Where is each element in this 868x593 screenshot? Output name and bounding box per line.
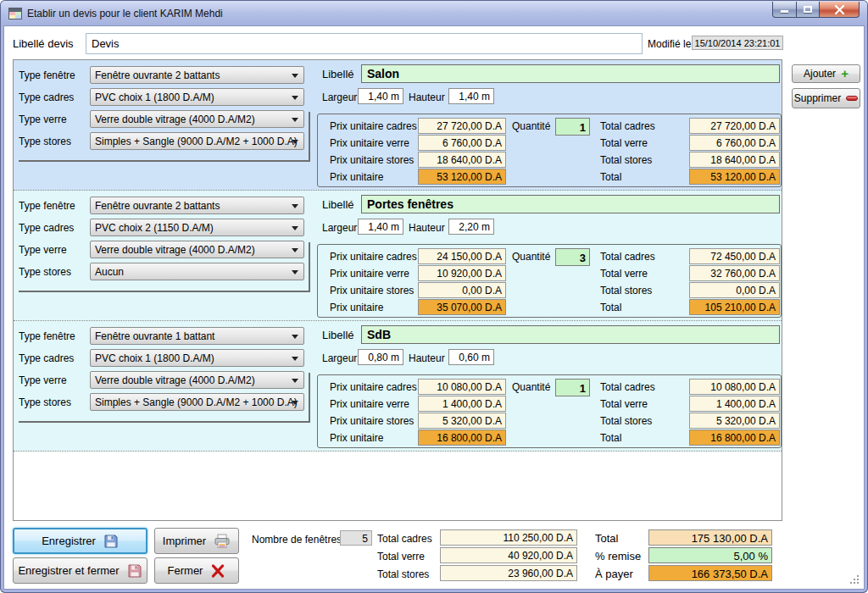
- group-divider: [309, 112, 310, 162]
- quantite-input[interactable]: 3: [555, 248, 590, 266]
- imprimer-button[interactable]: Imprimer: [154, 528, 239, 554]
- prix-unitaire-verre-label: Prix unitaire verre: [330, 137, 409, 149]
- total-field: 53 120,00 D.A: [689, 169, 780, 185]
- hauteur-input[interactable]: 2,20 m: [448, 219, 494, 235]
- prix-unitaire-cadres-label: Prix unitaire cadres: [330, 120, 417, 132]
- type-fenetre-select[interactable]: Fenêtre ouvrante 2 battants: [90, 66, 304, 84]
- total-label: Total: [600, 302, 621, 313]
- remise-input[interactable]: 5,00 %: [648, 547, 772, 563]
- prices-groupbox: Prix unitaire cadres 24 150,00 D.A Prix …: [317, 244, 782, 318]
- largeur-input[interactable]: 1,40 m: [358, 88, 403, 104]
- prix-unitaire-stores-label: Prix unitaire stores: [330, 154, 414, 166]
- a-payer-label: À payer: [595, 568, 633, 580]
- type-cadres-select[interactable]: PVC choix 2 (1150 D.A/M): [90, 219, 304, 236]
- total-verre-field: 6 760,00 D.A: [689, 135, 780, 151]
- type-verre-select[interactable]: Verre double vitrage (4000 D.A/M2): [90, 110, 304, 128]
- prix-unitaire-stores-field: 5 320,00 D.A: [418, 413, 506, 429]
- type-fenetre-label: Type fenêtre: [19, 330, 88, 342]
- ajouter-label: Ajouter: [804, 68, 836, 80]
- prix-unitaire-stores-label: Prix unitaire stores: [330, 285, 414, 296]
- total-cadres-field: 72 450,00 D.A: [689, 248, 780, 264]
- dialog-content: Libellé devis Devis Modifié le 15/10/201…: [3, 25, 865, 590]
- footer-total-cadres-label: Total cadres: [377, 533, 432, 545]
- maximize-button[interactable]: [797, 2, 820, 18]
- supprimer-button[interactable]: Supprimer: [792, 88, 860, 108]
- libelle-devis-input[interactable]: Devis: [86, 33, 643, 54]
- maximize-icon: [804, 6, 812, 13]
- close-button[interactable]: [820, 2, 860, 18]
- dialog-window: Etablir un devis pour le client KARIM Me…: [0, 0, 868, 593]
- type-verre-label: Type verre: [19, 114, 88, 125]
- combo-value: PVC choix 1 (1800 D.A/M): [95, 352, 214, 364]
- footer-total-stores-label: Total stores: [377, 568, 429, 580]
- quantite-input[interactable]: 1: [555, 379, 590, 396]
- chevron-down-icon: [292, 379, 298, 383]
- combo-value: Fenêtre ouvrante 1 battant: [95, 330, 214, 342]
- chevron-down-icon: [292, 357, 298, 361]
- libelle-label: Libellé: [322, 198, 354, 211]
- grand-total-label: Total: [595, 532, 618, 545]
- type-verre-select[interactable]: Verre double vitrage (4000 D.A/M2): [90, 241, 304, 258]
- libelle-input[interactable]: SdB: [361, 325, 780, 344]
- quantite-input[interactable]: 1: [555, 118, 590, 136]
- group-divider: [309, 242, 310, 292]
- prix-unitaire-field: 35 070,00 D.A: [418, 299, 506, 315]
- total-verre-label: Total verre: [600, 137, 648, 149]
- type-stores-select[interactable]: Simples + Sangle (9000 D.A/M2 + 1000 D.A…: [90, 132, 304, 150]
- combo-value: Verre double vitrage (4000 D.A/M2): [95, 244, 255, 256]
- close-x-icon: [210, 563, 225, 579]
- libelle-input[interactable]: Salon: [361, 64, 780, 83]
- type-stores-label: Type stores: [19, 266, 88, 278]
- ajouter-button[interactable]: Ajouter+: [792, 64, 860, 83]
- enregistrer-et-fermer-button[interactable]: Enregistrer et fermer: [13, 557, 147, 584]
- enregistrer-button[interactable]: Enregistrer: [13, 528, 147, 554]
- libelle-label: Libellé: [322, 329, 354, 341]
- type-verre-select[interactable]: Verre double vitrage (4000 D.A/M2): [90, 371, 304, 389]
- plus-icon: +: [841, 69, 849, 78]
- total-cadres-field: 27 720,00 D.A: [689, 118, 780, 134]
- minimize-icon: [781, 10, 788, 13]
- prix-unitaire-stores-label: Prix unitaire stores: [330, 415, 414, 427]
- libelle-input[interactable]: Portes fenêtres: [361, 195, 780, 213]
- group-divider: [19, 421, 310, 423]
- modifie-le-value: 15/10/2014 23:21:01: [692, 36, 783, 50]
- footer-total-stores-field: 23 960,00 D.A: [440, 565, 577, 581]
- combo-value: Simples + Sangle (9000 D.A/M2 + 1000 D.A…: [95, 136, 298, 147]
- type-fenetre-label: Type fenêtre: [19, 69, 88, 81]
- title-bar[interactable]: Etablir un devis pour le client KARIM Me…: [1, 1, 867, 26]
- chevron-down-icon: [292, 96, 298, 100]
- type-stores-select[interactable]: Simples + Sangle (9000 D.A/M2 + 1000 D.A…: [90, 393, 304, 411]
- prix-unitaire-stores-field: 0,00 D.A: [418, 282, 506, 298]
- hauteur-label: Hauteur: [409, 91, 445, 103]
- combo-value: Fenêtre ouvrante 2 battants: [95, 200, 220, 212]
- prix-unitaire-stores-field: 18 640,00 D.A: [418, 152, 506, 168]
- type-cadres-select[interactable]: PVC choix 1 (1800 D.A/M): [90, 88, 304, 106]
- libelle-label: Libellé: [322, 68, 354, 80]
- largeur-input[interactable]: 1,40 m: [358, 219, 403, 235]
- quote-line-section: Type fenêtre Fenêtre ouvrante 2 battants…: [14, 191, 782, 321]
- total-field: 105 210,00 D.A: [689, 299, 780, 315]
- hauteur-input[interactable]: 0,60 m: [448, 349, 494, 365]
- combo-value: PVC choix 1 (1800 D.A/M): [95, 91, 214, 103]
- quantite-label: Quantité: [512, 251, 550, 263]
- minus-icon: [846, 96, 858, 101]
- total-verre-field: 1 400,00 D.A: [689, 396, 780, 412]
- type-stores-select[interactable]: Aucun: [90, 263, 304, 280]
- minimize-button[interactable]: [772, 2, 797, 18]
- type-fenetre-select[interactable]: Fenêtre ouvrante 1 battant: [90, 327, 304, 345]
- prix-unitaire-label: Prix unitaire: [330, 432, 383, 444]
- sections-container: Type fenêtre Fenêtre ouvrante 2 battants…: [13, 59, 782, 521]
- largeur-input[interactable]: 0,80 m: [358, 349, 403, 365]
- supprimer-label: Supprimer: [794, 92, 841, 104]
- type-fenetre-select[interactable]: Fenêtre ouvrante 2 battants: [90, 197, 304, 214]
- fermer-button[interactable]: Fermer: [154, 557, 239, 584]
- hauteur-input[interactable]: 1,40 m: [448, 88, 494, 104]
- chevron-down-icon: [292, 204, 298, 208]
- total-verre-label: Total verre: [600, 268, 648, 280]
- type-cadres-select[interactable]: PVC choix 1 (1800 D.A/M): [90, 349, 304, 367]
- combo-value: Verre double vitrage (4000 D.A/M2): [95, 114, 255, 125]
- total-cadres-field: 10 080,00 D.A: [689, 379, 780, 395]
- resize-grip[interactable]: [849, 574, 860, 585]
- combo-value: Aucun: [95, 266, 124, 278]
- group-divider: [19, 160, 310, 162]
